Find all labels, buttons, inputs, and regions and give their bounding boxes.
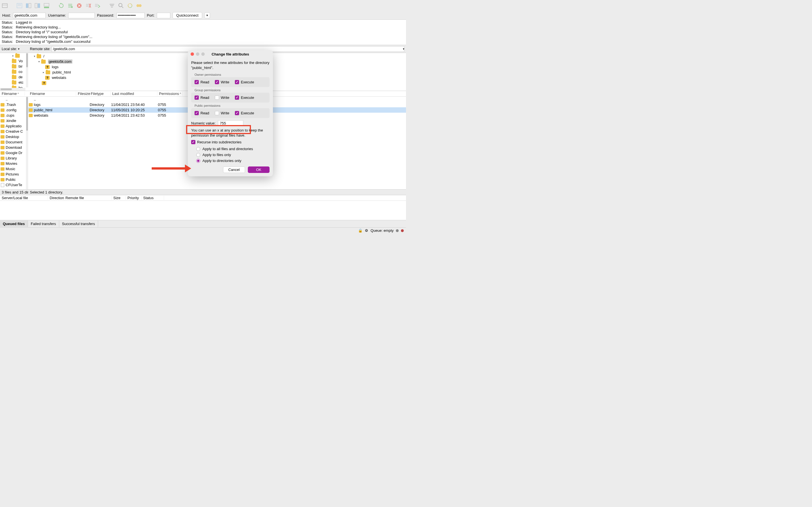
host-input[interactable] [13,13,46,18]
remote-status: Selected 1 directory. [28,189,406,195]
dialog-title: Change file attributes [188,52,273,56]
apply-dirs-radio[interactable]: Apply to directories only [196,158,269,164]
public-read-checkbox[interactable]: ✓Read [195,111,209,115]
host-label: Host: [2,13,11,17]
local-file-row[interactable]: Download [0,145,28,150]
local-file-row[interactable]: .cups [0,113,28,118]
gear-icon[interactable]: ⚙ [365,228,368,233]
quickconnect-bar: Host: Username: Password: Port: Quickcon… [0,11,406,20]
quickconnect-button[interactable]: Quickconnect [172,12,202,18]
svg-point-29 [119,3,122,7]
reconnect-icon[interactable] [94,2,101,9]
recurse-checkbox[interactable]: ✓Recurse into subdirectories [191,140,269,144]
owner-execute-checkbox[interactable]: ✓Execute [235,80,254,84]
sync-browse-icon[interactable] [136,2,142,9]
apply-files-radio[interactable]: Apply to files only [196,152,269,158]
tree-logs[interactable]: logs [52,65,59,69]
refresh-icon[interactable] [58,2,64,9]
public-execute-checkbox[interactable]: ✓Execute [235,111,254,115]
port-label: Port: [147,13,154,17]
owner-read-checkbox[interactable]: ✓Read [195,80,209,84]
remote-site-label: Remote site: [30,47,50,51]
process-queue-icon[interactable] [67,2,73,9]
local-file-row[interactable]: Music [0,166,28,172]
local-file-row[interactable]: Library [0,156,28,161]
local-file-row[interactable]: Desktop [0,134,28,139]
local-file-row[interactable]: Document [0,139,28,145]
apply-all-radio[interactable]: Apply to all files and directories [196,146,269,152]
arrow-annotation [152,166,191,171]
cancel-button[interactable]: Cancel [223,166,245,173]
port-input[interactable] [157,13,170,18]
dialog-description: Please select the new attributes for the… [191,60,269,70]
public-write-checkbox[interactable]: Write [215,111,229,115]
local-col-filename[interactable]: Filename [2,92,17,96]
tab-queued[interactable]: Queued files [0,221,28,227]
local-file-list[interactable]: Filename^ ...Trash.config.cups.kindleApp… [0,91,28,189]
status-dot-1 [396,229,399,232]
local-tree-item[interactable]: de [0,74,28,80]
local-tree[interactable]: ▸ Vo bir co de etc ho [0,53,28,91]
remote-col-perms[interactable]: Permissions [159,92,179,96]
owner-write-checkbox[interactable]: ✓Write [215,80,229,84]
toggle-log-icon[interactable] [16,2,23,9]
cancel-icon[interactable] [76,2,83,9]
ok-button[interactable]: OK [248,166,269,173]
queue-col[interactable]: Priority [126,196,142,200]
queue-col[interactable]: Status [142,196,164,200]
svg-rect-10 [44,7,49,8]
local-file-row[interactable]: Public [0,177,28,182]
local-tree-item[interactable]: co [0,69,28,74]
highlight-annotation [186,125,251,134]
queue-col[interactable]: Size [112,196,126,200]
local-file-row[interactable]: Applicatio [0,123,28,129]
local-file-row[interactable]: .Trash [0,102,28,107]
local-site-dropdown[interactable]: ▾ [18,47,19,50]
tab-successful[interactable]: Successful transfers [59,221,98,227]
local-file-row[interactable]: Google Dr [0,150,28,156]
tree-domain[interactable]: geekto5k.com [48,59,72,64]
group-write-checkbox[interactable]: Write [215,96,229,100]
public-permissions-label: Public permissions [191,103,269,108]
log-area: Status:Logged inStatus:Retrieving direct… [0,20,406,45]
owner-permissions-label: Owner permissions [191,72,269,77]
remote-col-filename[interactable]: Filename [30,92,45,96]
tree-webstats[interactable]: webstats [52,75,66,80]
search-icon[interactable] [117,2,124,9]
remote-col-filetype[interactable]: Filetype [91,92,104,96]
local-tree-item[interactable]: bir [0,64,28,69]
remote-col-lastmod[interactable]: Last modified [112,92,134,96]
toggle-queue-icon[interactable] [43,2,50,9]
local-file-row[interactable]: .. [0,97,28,102]
local-file-row[interactable]: .kindle [0,118,28,123]
queue-col[interactable]: Direction [48,196,64,200]
group-read-checkbox[interactable]: ✓Read [195,96,209,100]
svg-rect-6 [29,3,31,8]
svg-rect-8 [38,3,40,8]
quickconnect-dropdown[interactable]: ▾ [204,12,210,18]
username-input[interactable] [68,13,95,18]
remote-site-dropdown[interactable]: ▾ [403,47,404,50]
local-tree-item[interactable]: Vo [0,58,28,64]
local-file-row[interactable]: Creative C [0,129,28,134]
local-file-row[interactable]: .config [0,107,28,113]
toggle-local-tree-icon[interactable] [25,2,32,9]
disconnect-icon[interactable] [85,2,92,9]
queue-col[interactable]: Server/Local file [0,196,48,200]
compare-icon[interactable] [126,2,133,9]
remote-col-filesize[interactable]: Filesize [78,92,90,96]
toggle-remote-tree-icon[interactable] [34,2,41,9]
password-input[interactable] [116,13,145,18]
site-manager-icon[interactable] [1,2,8,9]
local-file-row[interactable]: Movies [0,161,28,166]
local-tree-item[interactable]: etc [0,80,28,85]
tree-root[interactable]: / [43,54,45,58]
local-file-row[interactable]: Pictures [0,172,28,177]
tab-failed[interactable]: Failed transfers [28,221,59,227]
local-status: 3 files and 15 dir [0,189,28,195]
tree-public-html[interactable]: public_html [52,70,71,74]
local-file-row[interactable]: CFUserTe [0,182,28,187]
filter-icon[interactable] [109,2,115,9]
group-execute-checkbox[interactable]: ✓Execute [235,96,254,100]
queue-col[interactable]: Remote file [64,196,112,200]
